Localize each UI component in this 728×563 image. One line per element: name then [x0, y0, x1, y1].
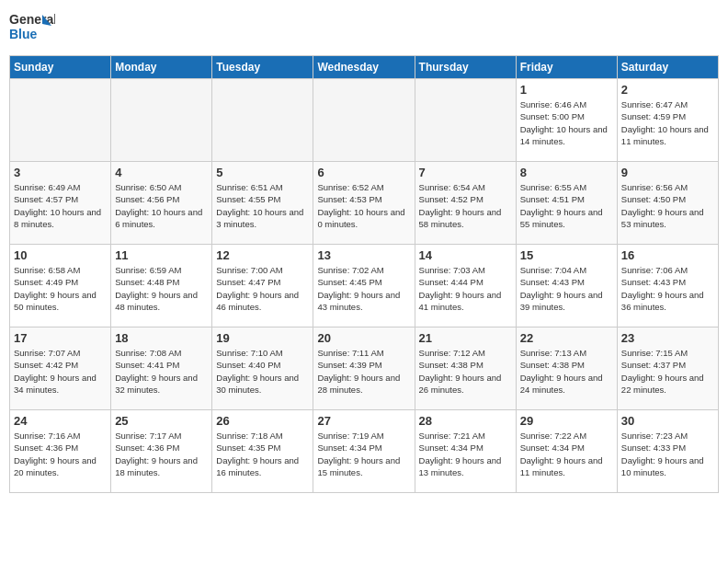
day-header-wednesday: Wednesday — [313, 56, 415, 79]
day-number: 17 — [14, 331, 107, 345]
calendar-cell: 28Sunrise: 7:21 AM Sunset: 4:34 PM Dayli… — [415, 410, 516, 493]
day-info: Sunrise: 6:59 AM Sunset: 4:48 PM Dayligh… — [115, 264, 208, 313]
calendar-week-row: 3Sunrise: 6:49 AM Sunset: 4:57 PM Daylig… — [10, 162, 719, 245]
day-number: 26 — [216, 414, 309, 428]
day-number: 25 — [115, 414, 208, 428]
calendar-week-row: 24Sunrise: 7:16 AM Sunset: 4:36 PM Dayli… — [10, 410, 719, 493]
calendar-cell: 19Sunrise: 7:10 AM Sunset: 4:40 PM Dayli… — [212, 327, 313, 410]
calendar-cell: 25Sunrise: 7:17 AM Sunset: 4:36 PM Dayli… — [111, 410, 212, 493]
day-number: 16 — [621, 248, 714, 262]
day-number: 11 — [115, 248, 208, 262]
calendar-cell: 30Sunrise: 7:23 AM Sunset: 4:33 PM Dayli… — [617, 410, 718, 493]
day-info: Sunrise: 7:11 AM Sunset: 4:39 PM Dayligh… — [317, 347, 410, 396]
day-number: 8 — [520, 166, 613, 179]
day-info: Sunrise: 7:12 AM Sunset: 4:38 PM Dayligh… — [419, 347, 512, 396]
calendar-cell: 26Sunrise: 7:18 AM Sunset: 4:35 PM Dayli… — [212, 410, 313, 493]
calendar-cell: 2Sunrise: 6:47 AM Sunset: 4:59 PM Daylig… — [617, 79, 718, 162]
calendar-cell: 22Sunrise: 7:13 AM Sunset: 4:38 PM Dayli… — [516, 327, 617, 410]
day-number: 29 — [520, 414, 613, 428]
day-header-saturday: Saturday — [617, 56, 718, 79]
calendar-week-row: 10Sunrise: 6:58 AM Sunset: 4:49 PM Dayli… — [10, 245, 719, 327]
day-header-friday: Friday — [516, 56, 617, 79]
day-info: Sunrise: 7:10 AM Sunset: 4:40 PM Dayligh… — [216, 347, 309, 396]
calendar-cell: 17Sunrise: 7:07 AM Sunset: 4:42 PM Dayli… — [10, 327, 111, 410]
calendar-cell: 23Sunrise: 7:15 AM Sunset: 4:37 PM Dayli… — [617, 327, 718, 410]
day-info: Sunrise: 6:56 AM Sunset: 4:50 PM Dayligh… — [621, 181, 714, 230]
calendar-cell: 21Sunrise: 7:12 AM Sunset: 4:38 PM Dayli… — [415, 327, 516, 410]
day-info: Sunrise: 7:02 AM Sunset: 4:45 PM Dayligh… — [317, 264, 410, 313]
calendar-cell — [313, 79, 415, 162]
logo-svg: GeneralBlue — [9, 9, 55, 48]
day-info: Sunrise: 6:51 AM Sunset: 4:55 PM Dayligh… — [216, 181, 309, 230]
calendar-cell: 9Sunrise: 6:56 AM Sunset: 4:50 PM Daylig… — [617, 162, 718, 245]
day-header-thursday: Thursday — [415, 56, 516, 79]
day-number: 22 — [520, 331, 613, 345]
calendar-cell: 8Sunrise: 6:55 AM Sunset: 4:51 PM Daylig… — [516, 162, 617, 245]
calendar-header-row: SundayMondayTuesdayWednesdayThursdayFrid… — [10, 56, 719, 79]
day-number: 28 — [419, 414, 512, 428]
day-number: 24 — [14, 414, 107, 428]
calendar-cell: 5Sunrise: 6:51 AM Sunset: 4:55 PM Daylig… — [212, 162, 313, 245]
day-info: Sunrise: 7:04 AM Sunset: 4:43 PM Dayligh… — [520, 264, 613, 313]
day-number: 3 — [14, 166, 107, 179]
calendar-cell: 27Sunrise: 7:19 AM Sunset: 4:34 PM Dayli… — [313, 410, 415, 493]
day-info: Sunrise: 7:16 AM Sunset: 4:36 PM Dayligh… — [14, 430, 107, 478]
day-number: 14 — [419, 248, 512, 262]
calendar-cell: 29Sunrise: 7:22 AM Sunset: 4:34 PM Dayli… — [516, 410, 617, 493]
day-number: 6 — [317, 166, 410, 179]
day-number: 2 — [621, 83, 714, 97]
day-info: Sunrise: 7:08 AM Sunset: 4:41 PM Dayligh… — [115, 347, 208, 396]
day-info: Sunrise: 6:55 AM Sunset: 4:51 PM Dayligh… — [520, 181, 613, 230]
day-info: Sunrise: 7:07 AM Sunset: 4:42 PM Dayligh… — [14, 347, 107, 396]
day-info: Sunrise: 6:46 AM Sunset: 5:00 PM Dayligh… — [520, 98, 613, 147]
day-header-sunday: Sunday — [10, 56, 111, 79]
calendar-cell: 10Sunrise: 6:58 AM Sunset: 4:49 PM Dayli… — [10, 245, 111, 327]
day-info: Sunrise: 7:22 AM Sunset: 4:34 PM Dayligh… — [520, 430, 613, 478]
day-number: 10 — [14, 248, 107, 262]
calendar-cell — [10, 79, 111, 162]
calendar-cell: 20Sunrise: 7:11 AM Sunset: 4:39 PM Dayli… — [313, 327, 415, 410]
calendar-cell: 18Sunrise: 7:08 AM Sunset: 4:41 PM Dayli… — [111, 327, 212, 410]
day-info: Sunrise: 7:15 AM Sunset: 4:37 PM Dayligh… — [621, 347, 714, 396]
day-info: Sunrise: 7:03 AM Sunset: 4:44 PM Dayligh… — [419, 264, 512, 313]
day-number: 20 — [317, 331, 410, 345]
day-header-monday: Monday — [111, 56, 212, 79]
day-header-tuesday: Tuesday — [212, 56, 313, 79]
day-number: 15 — [520, 248, 613, 262]
calendar-cell: 16Sunrise: 7:06 AM Sunset: 4:43 PM Dayli… — [617, 245, 718, 327]
day-number: 19 — [216, 331, 309, 345]
calendar-table: SundayMondayTuesdayWednesdayThursdayFrid… — [9, 55, 719, 493]
day-info: Sunrise: 6:47 AM Sunset: 4:59 PM Dayligh… — [621, 98, 714, 147]
day-number: 1 — [520, 83, 613, 97]
calendar-cell — [415, 79, 516, 162]
day-info: Sunrise: 7:00 AM Sunset: 4:47 PM Dayligh… — [216, 264, 309, 313]
day-info: Sunrise: 7:19 AM Sunset: 4:34 PM Dayligh… — [317, 430, 410, 478]
calendar-week-row: 1Sunrise: 6:46 AM Sunset: 5:00 PM Daylig… — [10, 79, 719, 162]
calendar-cell: 13Sunrise: 7:02 AM Sunset: 4:45 PM Dayli… — [313, 245, 415, 327]
day-info: Sunrise: 7:23 AM Sunset: 4:33 PM Dayligh… — [621, 430, 714, 478]
calendar-cell: 15Sunrise: 7:04 AM Sunset: 4:43 PM Dayli… — [516, 245, 617, 327]
day-info: Sunrise: 7:17 AM Sunset: 4:36 PM Dayligh… — [115, 430, 208, 478]
calendar-cell — [111, 79, 212, 162]
day-number: 27 — [317, 414, 410, 428]
day-number: 18 — [115, 331, 208, 345]
day-number: 9 — [621, 166, 714, 179]
calendar-cell: 24Sunrise: 7:16 AM Sunset: 4:36 PM Dayli… — [10, 410, 111, 493]
logo: GeneralBlue — [9, 9, 55, 48]
calendar-cell: 6Sunrise: 6:52 AM Sunset: 4:53 PM Daylig… — [313, 162, 415, 245]
day-info: Sunrise: 7:06 AM Sunset: 4:43 PM Dayligh… — [621, 264, 714, 313]
day-info: Sunrise: 6:49 AM Sunset: 4:57 PM Dayligh… — [14, 181, 107, 230]
calendar-cell: 12Sunrise: 7:00 AM Sunset: 4:47 PM Dayli… — [212, 245, 313, 327]
day-number: 5 — [216, 166, 309, 179]
day-info: Sunrise: 7:18 AM Sunset: 4:35 PM Dayligh… — [216, 430, 309, 478]
calendar-cell: 3Sunrise: 6:49 AM Sunset: 4:57 PM Daylig… — [10, 162, 111, 245]
day-number: 7 — [419, 166, 512, 179]
svg-text:Blue: Blue — [9, 27, 38, 41]
calendar-cell — [212, 79, 313, 162]
calendar-cell: 4Sunrise: 6:50 AM Sunset: 4:56 PM Daylig… — [111, 162, 212, 245]
calendar-cell: 14Sunrise: 7:03 AM Sunset: 4:44 PM Dayli… — [415, 245, 516, 327]
day-info: Sunrise: 7:13 AM Sunset: 4:38 PM Dayligh… — [520, 347, 613, 396]
day-info: Sunrise: 6:50 AM Sunset: 4:56 PM Dayligh… — [115, 181, 208, 230]
calendar-cell: 11Sunrise: 6:59 AM Sunset: 4:48 PM Dayli… — [111, 245, 212, 327]
day-number: 13 — [317, 248, 410, 262]
